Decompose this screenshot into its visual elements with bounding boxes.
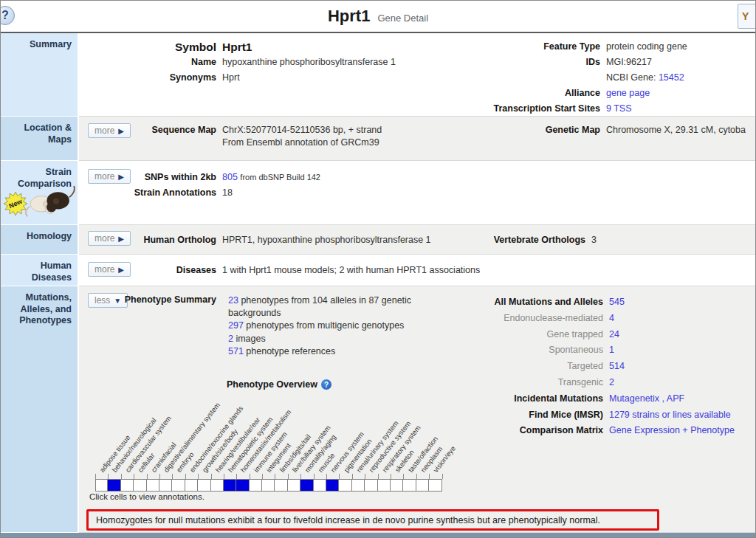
allele-row: Spontaneous1: [392, 342, 754, 359]
phenotype-cell[interactable]: [198, 479, 210, 492]
sidebar-item-homology[interactable]: Homology: [1, 225, 79, 255]
diseases-field: Diseases 1 with Hprt1 mouse models; 2 wi…: [79, 263, 640, 278]
sidebar-item-label: Location & Maps: [24, 123, 72, 145]
genetic-map-field: Genetic Map Chromosome X, 29.31 cM, cyto…: [389, 124, 756, 137]
phenotype-cell[interactable]: [185, 479, 198, 492]
phenotype-cell[interactable]: [378, 479, 391, 492]
name-value: hypoxanthine phosphoribosyltransferase 1: [222, 55, 396, 70]
phenotype-cell[interactable]: [352, 479, 365, 492]
location-content: more▶ Sequence Map ChrX:52077014-5211053…: [79, 117, 755, 161]
gene-symbol-title: Hprt1: [328, 7, 370, 25]
grid-tick: [134, 474, 146, 479]
phenotype-cell[interactable]: [314, 479, 326, 492]
diseases-row: Human Diseases more▶ Diseases 1 with Hpr…: [1, 255, 755, 286]
phenotype-cell[interactable]: [262, 479, 275, 492]
snps-suffix: from dbSNP Build 142: [240, 173, 320, 182]
snps-label: SNPs within 2kb: [79, 170, 222, 185]
grid-tick: [224, 474, 236, 479]
allele-row-value-link[interactable]: 1: [609, 342, 754, 359]
phenotype-summary-count-link[interactable]: 2: [228, 334, 233, 344]
human-ortholog-value: HPRT1, hypoxanthine phosphoribosyltransf…: [222, 232, 431, 248]
allele-row-value-link[interactable]: 2: [609, 375, 754, 391]
allele-row-label: Gene trapped: [392, 327, 609, 343]
allele-row-value-link[interactable]: 4: [609, 311, 754, 327]
tss-label: Transcription Start Sites: [389, 101, 606, 117]
allele-row-value-link[interactable]: 1279 strains or lines available: [609, 407, 754, 424]
homology-row: Homology more▶ Human Ortholog HPRT1, hyp…: [1, 225, 755, 255]
allele-row-label: All Mutations and Alleles: [392, 294, 609, 311]
phenotype-cell[interactable]: [365, 479, 377, 492]
alliance-field: Alliance gene page: [389, 86, 755, 101]
help-icon[interactable]: ?: [0, 6, 15, 25]
grid-tick: [403, 474, 416, 479]
phenotype-cell[interactable]: [108, 479, 120, 492]
ids-label: IDs: [389, 55, 606, 86]
phenotype-cell[interactable]: [147, 479, 159, 492]
ncbi-id-line: NCBI Gene: 15452: [606, 70, 684, 86]
strain-annotations-field: Strain Annotations 18: [79, 185, 492, 201]
phenotype-cell[interactable]: [134, 479, 146, 492]
snps-count-link[interactable]: 805: [222, 172, 238, 182]
phenotype-cell[interactable]: [159, 479, 172, 492]
allele-row-value-link[interactable]: 24: [609, 327, 754, 343]
sidebar-item-strain-comparison[interactable]: Strain Comparison New: [1, 161, 79, 225]
vertebrate-orthologs-label: Vertebrate Orthologs: [426, 232, 591, 248]
phenotype-cell[interactable]: [275, 479, 287, 492]
feedback-button[interactable]: Y: [738, 4, 756, 29]
allele-row-value-link[interactable]: Mutagenetix , APF: [609, 391, 754, 407]
phenotype-cell[interactable]: [211, 479, 224, 492]
ids-field: IDs MGI:96217 NCBI Gene: 15452: [389, 55, 755, 86]
tss-field: Transcription Start Sites 9 TSS: [389, 101, 755, 117]
phenotype-cell[interactable]: [391, 479, 403, 492]
sequence-map-line2: From Ensembl annotation of GRCm39: [222, 137, 382, 149]
gene-detail-page: ? Hprt1Gene Detail Y Summary Symbol Hprt…: [0, 0, 756, 538]
phenotype-cell[interactable]: [236, 479, 249, 492]
vertebrate-orthologs-value: 3: [591, 232, 597, 248]
human-ortholog-label: Human Ortholog: [79, 232, 222, 248]
alliance-link[interactable]: gene page: [606, 86, 650, 101]
allele-row-value-link[interactable]: 545: [609, 294, 754, 311]
phenotype-cell[interactable]: [326, 479, 339, 492]
phenotype-cell[interactable]: [339, 479, 351, 492]
phenotype-cell[interactable]: [250, 479, 262, 492]
phenotype-cell[interactable]: [224, 479, 236, 492]
grid-tick: [275, 474, 287, 479]
sidebar-item-human-diseases[interactable]: Human Diseases: [1, 255, 79, 286]
phenotype-summary-count-link[interactable]: 23: [228, 295, 238, 306]
phenotype-overview-help-icon[interactable]: ?: [321, 379, 331, 390]
feature-type-field: Feature Type protein coding gene: [389, 39, 755, 55]
strain-row: Strain Comparison New more▶: [1, 161, 755, 225]
grid-tick: [288, 474, 300, 479]
phenotype-summary-label: Phenotype Summary: [79, 294, 222, 305]
phenotype-cell[interactable]: [288, 479, 300, 492]
phenotype-cell[interactable]: [429, 479, 441, 492]
page-title: Hprt1Gene Detail: [328, 7, 428, 26]
allele-row-value-link[interactable]: Gene Expression + Phenotype: [609, 423, 754, 439]
grid-tick: [121, 474, 134, 479]
vertebrate-orthologs-field: Vertebrate Orthologs 3: [426, 232, 692, 248]
tss-link[interactable]: 9 TSS: [606, 101, 632, 117]
phenotype-cell[interactable]: [172, 479, 185, 492]
phenotype-cell[interactable]: [403, 479, 416, 492]
phenotype-cell[interactable]: [300, 479, 313, 492]
phenotype-grid-cells: [95, 479, 442, 492]
phenotype-cell[interactable]: [121, 479, 134, 492]
grid-tick: [314, 474, 326, 479]
sidebar-item-location-maps[interactable]: Location & Maps: [1, 117, 79, 161]
grid-tick: [300, 474, 313, 479]
phenotype-summary-count-link[interactable]: 297: [228, 320, 244, 331]
phenotype-cell[interactable]: [95, 479, 108, 492]
sidebar-item-summary[interactable]: Summary: [1, 33, 79, 117]
phenotype-summary-count-link[interactable]: 571: [228, 346, 244, 356]
diseases-label: Diseases: [79, 263, 222, 278]
phenotype-cell[interactable]: [416, 479, 429, 492]
allele-row-label: Targeted: [392, 359, 609, 375]
sidebar-item-mutations[interactable]: Mutations, Alleles, and Phenotypes: [1, 286, 79, 533]
allele-row-value-link[interactable]: 514: [609, 359, 754, 375]
grid-tick: [159, 474, 172, 479]
ncbi-id-link[interactable]: 15452: [659, 72, 684, 83]
genetic-map-value: Chromosome X, 29.31 cM, cytoba: [606, 124, 746, 137]
grid-tick: [211, 474, 224, 479]
strain-annotations-label: Strain Annotations: [79, 185, 222, 201]
snps-field: SNPs within 2kb 805 from dbSNP Build 142: [79, 170, 492, 185]
